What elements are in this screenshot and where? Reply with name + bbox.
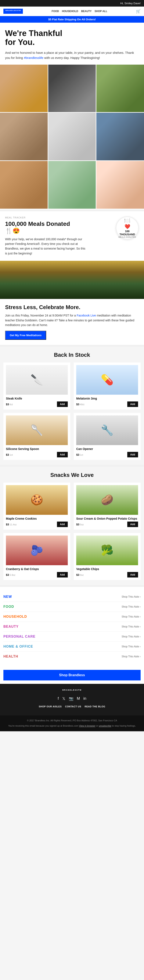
cart-icon[interactable]: 🛒 <box>136 9 141 14</box>
unsubscribe-link[interactable]: unsubscribe <box>99 724 111 727</box>
product-price-row: $3 6ctAdd <box>6 401 68 407</box>
stress-section: Stress Less, Celebrate More. Join us thi… <box>0 299 144 345</box>
aisle-shop-link[interactable]: Shop This Aisle › <box>122 595 141 598</box>
photo-3 <box>97 65 144 112</box>
product-name: Silicone Serving Spoon <box>6 447 68 450</box>
aisle-shop-link[interactable]: Shop This Aisle › <box>122 615 141 618</box>
aisle-row: BEAUTYShop This Aisle › <box>3 622 141 632</box>
photo-8 <box>48 161 96 208</box>
social-medium[interactable]: M <box>77 696 80 701</box>
badge-number: 100THOUSAND <box>119 230 135 236</box>
meditations-button[interactable]: Get My Free Meditations <box>5 331 46 340</box>
footer-logo: BRANDLESSTM <box>3 689 141 693</box>
add-to-cart-button[interactable]: Add <box>57 572 68 578</box>
nav-food[interactable]: FOOD <box>52 10 59 13</box>
plate-icon: 🍽️ <box>124 218 130 223</box>
section-divider-3 <box>0 465 144 467</box>
product-unit: 11.4oz <box>9 523 16 526</box>
product-card: 🥔Sour Cream & Onion Popped Potato Crisps… <box>74 483 141 530</box>
brand-logo[interactable]: BRANDLESSTM <box>3 9 23 14</box>
nav-shop-all[interactable]: SHOP ALL <box>95 10 108 13</box>
product-name: Sour Cream & Onion Popped Potato Crisps <box>76 517 138 520</box>
social-instagram[interactable]: 📷 <box>69 696 73 701</box>
product-image: 🥦 <box>76 536 138 565</box>
footer-link[interactable]: READ THE BLOG <box>85 705 106 708</box>
product-card: 🫐Cranberry & Oat Crisps$3 5.9ozAdd <box>3 533 70 580</box>
snacks-section: Snacks We Love 🍪Maple Creme Cookies$3 11… <box>0 467 144 585</box>
product-card: 🔧Can Opener$3 1ctAdd <box>74 413 141 460</box>
nav-links: FOOD HOUSEHOLD BEAUTY SHOP ALL <box>52 10 108 13</box>
photo-9 <box>97 161 144 208</box>
product-name: Can Opener <box>76 447 138 450</box>
meal-tracker-label: MEAL TRACKER <box>5 216 139 219</box>
add-to-cart-button[interactable]: Add <box>57 401 68 407</box>
product-card: 🥄Silicone Serving Spoon$3 1ctAdd <box>3 413 70 460</box>
aisle-shop-link[interactable]: Shop This Aisle › <box>122 655 141 658</box>
shop-btn-section: Shop Brandless <box>0 667 144 684</box>
shipping-banner: $5 Flat Rate Shipping On All Orders! <box>0 16 144 23</box>
aisle-row: HOME & OFFICEShop This Aisle › <box>3 642 141 652</box>
aisle-label: HEALTH <box>3 655 18 659</box>
section-divider-1 <box>0 210 144 211</box>
aisle-label: NEW <box>3 595 12 599</box>
social-twitter[interactable]: 𝕏 <box>62 696 65 701</box>
add-to-cart-button[interactable]: Add <box>57 522 68 527</box>
aisle-row: HEALTHShop This Aisle › <box>3 652 141 661</box>
product-image: 🫐 <box>6 536 68 565</box>
product-unit: 1ct <box>79 453 83 456</box>
meal-tracker-section: MEAL TRACKER 100,000 Meals Donated 🍴😍 Wi… <box>0 211 144 261</box>
facebook-link[interactable]: Facebook Live <box>77 314 96 317</box>
product-price: $3 <box>76 403 79 406</box>
product-image: 🥔 <box>76 485 138 515</box>
aisle-shop-link[interactable]: Shop This Aisle › <box>122 605 141 608</box>
back-in-stock-heading: Back In Stock <box>3 352 141 358</box>
shop-brandless-button[interactable]: Shop Brandless <box>3 670 141 681</box>
product-name: Steak Knife <box>6 397 68 400</box>
product-image: 🥄 <box>6 415 68 445</box>
product-price-row: $3 5ozAdd <box>76 522 138 527</box>
add-to-cart-button[interactable]: Add <box>127 522 138 527</box>
logo-text: BRANDLESS <box>5 10 18 11</box>
product-price: $3 <box>76 523 79 526</box>
legal-text-1: © 2017 Brandless Inc. All Rights Reserve… <box>3 719 141 722</box>
nav-beauty[interactable]: BEAUTY <box>81 10 92 13</box>
product-name: Maple Creme Cookies <box>6 517 68 520</box>
product-price: $3 <box>76 573 79 576</box>
greeting-bar: Hi, Smiley Dave! <box>0 0 144 6</box>
back-in-stock-section: Back In Stock 🔪Steak Knife$3 6ctAdd💊Mela… <box>0 347 144 465</box>
product-price-row: $3 1ctAdd <box>76 452 138 457</box>
footer-link[interactable]: CONTACT US <box>65 705 81 708</box>
aisle-row: HOUSEHOLDShop This Aisle › <box>3 612 141 622</box>
product-image: 💊 <box>76 365 138 395</box>
aisle-shop-link[interactable]: Shop This Aisle › <box>122 635 141 638</box>
aisle-label: PERSONAL CARE <box>3 635 35 638</box>
meal-tracker-heading: 100,000 Meals Donated 🍴😍 <box>5 221 73 234</box>
product-unit: 1ct <box>9 453 13 456</box>
photo-1 <box>0 65 47 112</box>
view-in-browser-link[interactable]: View in browser <box>79 724 95 727</box>
hashtag-link[interactable]: #brandlesslife <box>24 56 43 59</box>
aisle-shop-link[interactable]: Shop This Aisle › <box>122 625 141 628</box>
add-to-cart-button[interactable]: Add <box>127 452 138 457</box>
aisle-label: HOME & OFFICE <box>3 645 33 649</box>
photo-7 <box>0 161 47 208</box>
footer-link[interactable]: SHOP OUR AISLES <box>39 705 62 708</box>
aisle-label: FOOD <box>3 605 14 609</box>
social-linkedin[interactable]: in <box>84 696 86 701</box>
stress-body: Join us this Friday, November 24 at 9:00… <box>5 313 139 327</box>
photo-4 <box>0 113 47 161</box>
nav-household[interactable]: HOUSEHOLD <box>62 10 78 13</box>
aisle-shop-link[interactable]: Shop This Aisle › <box>122 645 141 648</box>
stress-heading: Stress Less, Celebrate More. <box>5 304 139 310</box>
product-price: $3 <box>6 453 9 456</box>
social-facebook[interactable]: f <box>58 696 59 701</box>
product-price-row: $3 9ozAdd <box>76 572 138 578</box>
photo-grid <box>0 65 144 210</box>
add-to-cart-button[interactable]: Add <box>127 572 138 578</box>
product-card: 🔪Steak Knife$3 6ctAdd <box>3 363 70 409</box>
product-unit: 40ct <box>79 403 84 406</box>
product-card: 💊Melatonin 3mg$3 40ctAdd <box>74 363 141 409</box>
add-to-cart-button[interactable]: Add <box>57 452 68 457</box>
footer-links: SHOP OUR AISLESCONTACT USREAD THE BLOG <box>3 705 141 708</box>
add-to-cart-button[interactable]: Add <box>127 401 138 407</box>
